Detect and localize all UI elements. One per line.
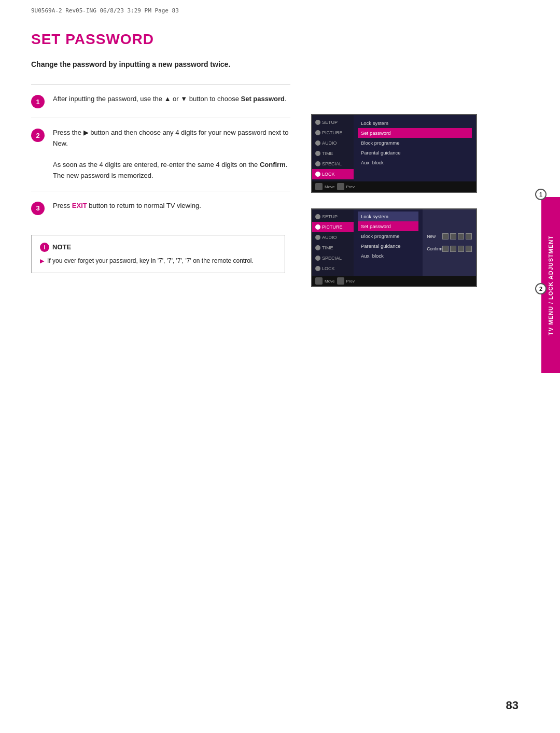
screen-2-right: Lock system Set password Block programme… [354, 209, 476, 276]
screen-1: SETUP PICTURE AUDIO TIME [311, 114, 477, 193]
screen-2-prev-text: Prev [346, 279, 355, 284]
screen-1-wrapper: SETUP PICTURE AUDIO TIME [311, 114, 539, 193]
screen-1-menu: SETUP PICTURE AUDIO TIME [312, 115, 476, 181]
step-number-1: 1 [31, 95, 45, 108]
screen-1-footer: Move Prev [312, 181, 476, 192]
main-content: SET PASSWORD Change the password by inpu… [31, 31, 529, 702]
menu-parental-guidance-1[interactable]: Parental guidance [358, 148, 472, 158]
sidebar-setup-1: SETUP [312, 117, 354, 128]
menu-parental-guidance-2[interactable]: Parental guidance [358, 241, 418, 251]
confirm-pass-boxes [442, 246, 472, 252]
screen-2-menu-panel: Lock system Set password Block programme… [354, 209, 423, 276]
screen-2-wrapper: SETUP PICTURE AUDIO TIME [311, 208, 539, 287]
sidebar-picture-2: PICTURE [312, 222, 354, 232]
confirm-box-2 [450, 246, 456, 252]
side-tab-text: TV MENU / LOCK ADJUSTMENT [547, 235, 554, 335]
note-arrow-icon: ▶ [40, 257, 44, 265]
move-icon-2 [315, 277, 323, 285]
note-title: i NOTE [40, 243, 276, 252]
sidebar-audio-1: AUDIO [312, 138, 354, 148]
subtitle: Change the password by inputting a new p… [31, 60, 529, 68]
confirm-password-row: Confirm [427, 244, 472, 253]
note-content: ▶ If you ever forget your password, key … [40, 256, 276, 265]
screen-2-footer: Move Prev [312, 276, 476, 286]
step-text-1: After inputting the password, use the ▲ … [53, 94, 287, 105]
prev-icon-1 [337, 183, 344, 190]
sidebar-lock-2[interactable]: LOCK [312, 263, 354, 274]
steps-area: 1 After inputting the password, use the … [31, 84, 290, 224]
pass-box-1 [442, 233, 449, 239]
step-2: 2 Press the ▶ button and then choose any… [31, 118, 290, 191]
screen-1-menu-panel: Lock system Set password Block programme… [354, 115, 476, 181]
confirm-label: Confirm [427, 246, 442, 251]
menu-lock-system-2[interactable]: Lock system [358, 212, 418, 221]
screen-1-sidebar: SETUP PICTURE AUDIO TIME [312, 115, 354, 181]
page-title: SET PASSWORD [31, 31, 529, 48]
password-panel: New Confirm [423, 209, 476, 276]
page-number: 83 [506, 699, 519, 712]
screen-1-prev-text: Prev [346, 185, 355, 189]
screen-1-footer-text: Move [325, 185, 335, 189]
screen-2-menu: SETUP PICTURE AUDIO TIME [312, 209, 476, 276]
pass-box-4 [466, 233, 472, 239]
print-info: 9U0569A-2 Rev05-ING 06/8/23 3:29 PM Page… [31, 7, 179, 14]
menu-aux-block-2[interactable]: Aux. block [358, 251, 418, 261]
confirm-box-1 [442, 246, 449, 252]
sidebar-audio-2: AUDIO [312, 232, 354, 243]
confirm-box-3 [458, 246, 464, 252]
menu-lock-system-1[interactable]: Lock system [358, 118, 472, 128]
badge-2: 2 [535, 283, 547, 294]
menu-block-programme-1[interactable]: Block programme [358, 138, 472, 148]
move-icon-1 [315, 183, 323, 190]
prev-icon-2 [337, 277, 344, 285]
note-box: i NOTE ▶ If you ever forget your passwor… [31, 235, 285, 273]
screens-area: SETUP PICTURE AUDIO TIME [311, 114, 539, 303]
sidebar-lock-1[interactable]: LOCK [312, 169, 354, 179]
badge-1: 1 [535, 189, 547, 200]
step-1: 1 After inputting the password, use the … [31, 84, 290, 118]
sidebar-special-2: SPECIAL [312, 253, 354, 263]
screen-2-sidebar: SETUP PICTURE AUDIO TIME [312, 209, 354, 276]
new-password-row: New [427, 232, 472, 241]
step-3: 3 Press EXIT button to return to normal … [31, 191, 290, 224]
menu-set-password-1[interactable]: Set password [358, 128, 472, 138]
step-text-2: Press the ▶ button and then choose any 4… [53, 128, 290, 181]
new-pass-boxes [442, 233, 472, 239]
menu-aux-block-1[interactable]: Aux. block [358, 158, 472, 167]
pass-box-3 [458, 233, 464, 239]
sidebar-picture-1: PICTURE [312, 128, 354, 138]
screen-2: SETUP PICTURE AUDIO TIME [311, 208, 477, 287]
menu-set-password-2[interactable]: Set password [358, 221, 418, 231]
sidebar-time-2: TIME [312, 243, 354, 253]
step-number-2: 2 [31, 129, 45, 142]
new-label: New [427, 234, 436, 239]
step-text-3: Press EXIT button to return to normal TV… [53, 201, 201, 212]
menu-block-programme-2[interactable]: Block programme [358, 231, 418, 241]
sidebar-special-1: SPECIAL [312, 159, 354, 169]
confirm-box-4 [466, 246, 472, 252]
note-icon: i [40, 243, 49, 252]
step-number-3: 3 [31, 202, 45, 215]
sidebar-setup-2: SETUP [312, 212, 354, 222]
pass-box-2 [450, 233, 456, 239]
sidebar-time-1: TIME [312, 148, 354, 159]
screen-2-footer-text: Move [325, 279, 335, 284]
